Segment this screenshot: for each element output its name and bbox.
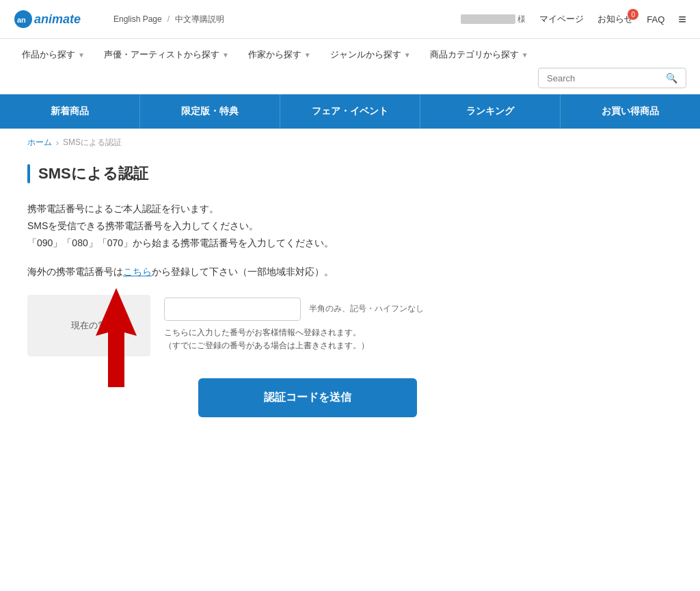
phone-note: こちらに入力した番号がお客様情報へ登録されます。 （すでにご登録の番号がある場合… [164, 326, 424, 352]
chevron-down-icon: ▼ [522, 51, 528, 59]
tab-bargain[interactable]: お買い得商品 [561, 94, 700, 129]
chinese-guide-link[interactable]: 中文導購説明 [175, 14, 224, 25]
page-title: SMSによる認証 [38, 163, 148, 184]
header-separator: / [167, 14, 170, 24]
header-user-area: 様 マイページ お知らせ 0 FAQ ≡ [461, 12, 686, 27]
username-suffix: 様 [517, 14, 526, 24]
chevron-down-icon: ▼ [222, 51, 229, 59]
tab-ranking[interactable]: ランキング [420, 94, 561, 129]
tab-limited[interactable]: 限定版・特典 [140, 94, 280, 129]
nav-item-genre[interactable]: ジャンルから探す ▼ [322, 44, 419, 65]
phone-number-input[interactable] [164, 298, 301, 321]
tab-bar: 新着商品 限定版・特典 フェア・イベント ランキング お買い得商品 [0, 94, 700, 129]
search-box[interactable]: 🔍 [538, 68, 686, 88]
page-title-area: SMSによる認証 [27, 163, 588, 184]
phone-input-row: 半角のみ、記号・ハイフンなし [164, 298, 424, 321]
current-phone-box: 現在の電 [27, 295, 150, 356]
breadcrumb-current: SMSによる認証 [63, 137, 122, 148]
nav-bar: 作品から探す ▼ 声優・アーティストから探す ▼ 作家から探す ▼ ジャンルから… [0, 39, 700, 94]
breadcrumb: ホーム › SMSによる認証 [0, 129, 700, 157]
breadcrumb-separator: › [56, 138, 59, 148]
animate-logo: an animate [14, 7, 89, 31]
main-content: SMSによる認証 携帯電話番号によるご本人認証を行います。 SMSを受信できる携… [0, 157, 615, 445]
overseas-prefix: 海外の携帯電話番号は [27, 266, 123, 277]
chevron-down-icon: ▼ [304, 51, 311, 59]
overseas-link[interactable]: こちら [123, 266, 152, 277]
desc-line2: SMSを受信できる携帯電話番号を入力してください。 [27, 218, 588, 235]
title-bar-accent [27, 164, 30, 183]
chevron-down-icon: ▼ [404, 51, 411, 59]
nav-label-voice: 声優・アーティストから探す [104, 49, 219, 61]
search-icon: 🔍 [666, 73, 677, 83]
tab-new-products[interactable]: 新着商品 [0, 94, 140, 129]
desc-line1: 携帯電話番号によるご本人認証を行います。 [27, 200, 588, 218]
nav-item-voice[interactable]: 声優・アーティストから探す ▼ [96, 44, 237, 65]
search-input[interactable] [547, 73, 662, 83]
phone-hint: 半角のみ、記号・ハイフンなし [309, 303, 424, 315]
overseas-line: 海外の携帯電話番号はこちらから登録して下さい（一部地域非対応）。 [27, 266, 588, 278]
overseas-suffix: から登録して下さい（一部地域非対応）。 [152, 266, 334, 277]
breadcrumb-home[interactable]: ホーム [27, 137, 52, 148]
nav-label-category: 商品カテゴリから探す [430, 49, 519, 61]
nav-label-works: 作品から探す [22, 49, 75, 61]
mypage-link[interactable]: マイページ [539, 13, 584, 25]
svg-text:an: an [17, 16, 26, 24]
current-phone-label: 現在の電 [71, 319, 107, 332]
svg-text:animate: animate [34, 12, 81, 26]
form-wrapper: 現在の電 半角のみ、記号・ハイフンなし こちらに入力した番号がお客様情報へ登録さ… [27, 295, 588, 356]
username-display: 様 [461, 14, 526, 25]
nav-item-author[interactable]: 作家から探す ▼ [240, 44, 319, 65]
page-description: 携帯電話番号によるご本人認証を行います。 SMSを受信できる携帯電話番号を入力し… [27, 200, 588, 252]
chevron-down-icon: ▼ [78, 51, 85, 59]
nav-item-category[interactable]: 商品カテゴリから探す ▼ [422, 44, 537, 65]
submit-area: 認証コードを送信 [27, 378, 588, 417]
phone-input-area: 半角のみ、記号・ハイフンなし こちらに入力した番号がお客様情報へ登録されます。 … [164, 295, 424, 352]
header-links: English Page / 中文導購説明 [113, 14, 224, 25]
notice-badge: 0 [628, 9, 638, 20]
submit-button[interactable]: 認証コードを送信 [198, 378, 417, 417]
english-page-link[interactable]: English Page [113, 14, 162, 24]
hamburger-menu-icon[interactable]: ≡ [678, 12, 686, 27]
header: an animate English Page / 中文導購説明 様 マイページ… [0, 0, 700, 39]
tab-fair-events[interactable]: フェア・イベント [280, 94, 420, 129]
phone-note-line1: こちらに入力した番号がお客様情報へ登録されます。 [164, 326, 424, 339]
desc-line3: 「090」「080」「070」から始まる携帯電話番号を入力してください。 [27, 235, 588, 252]
phone-note-line2: （すでにご登録の番号がある場合は上書きされます。） [164, 339, 424, 352]
nav-label-author: 作家から探す [248, 49, 301, 61]
nav-label-genre: ジャンルから探す [330, 49, 401, 61]
notice-area[interactable]: お知らせ 0 [597, 13, 633, 25]
logo[interactable]: an animate [14, 7, 89, 31]
form-section: 現在の電 半角のみ、記号・ハイフンなし こちらに入力した番号がお客様情報へ登録さ… [27, 295, 588, 356]
faq-link[interactable]: FAQ [647, 14, 664, 25]
nav-item-works[interactable]: 作品から探す ▼ [14, 44, 93, 65]
